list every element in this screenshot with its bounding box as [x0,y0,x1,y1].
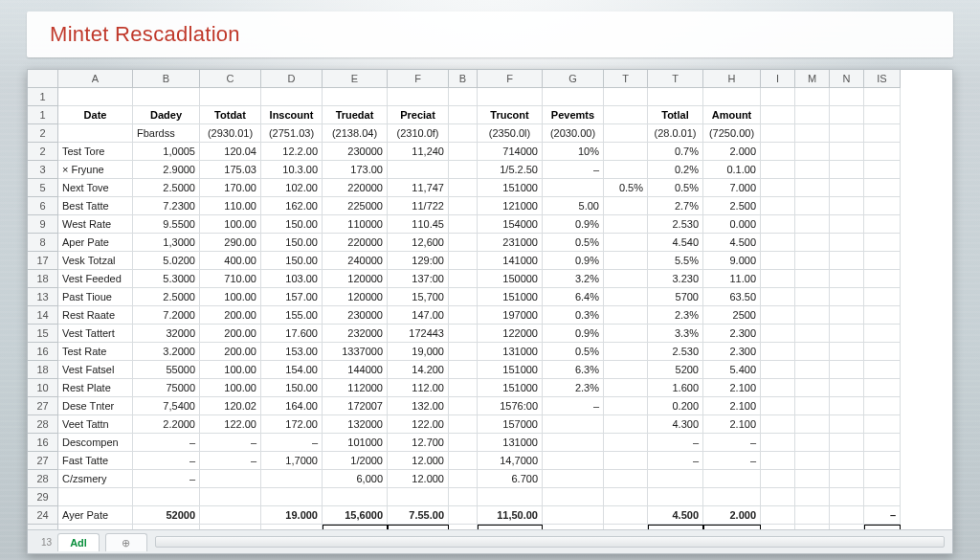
cell[interactable] [761,488,795,506]
cell[interactable] [449,379,478,397]
cell[interactable] [449,415,478,434]
cell[interactable] [864,252,901,270]
cell[interactable]: Dese Tnter [58,397,133,415]
cell[interactable]: 714000 [478,143,543,161]
column-title[interactable]: Inscount [261,106,323,124]
cell[interactable]: Veet Tattn [58,415,133,434]
cell[interactable]: 2.530 [648,215,703,234]
cell[interactable] [795,379,830,397]
cell[interactable] [449,452,478,470]
cell[interactable] [830,288,864,306]
cell[interactable]: 110.00 [200,197,261,215]
cell[interactable]: 2.3% [648,306,703,325]
cell[interactable]: 2500 [703,306,761,325]
cell[interactable]: 2.2000 [133,415,200,434]
cell[interactable]: 1.600 [648,379,703,397]
cell[interactable]: 3.230 [648,270,703,288]
cell[interactable]: Past Tioue [58,288,133,306]
cell[interactable] [761,452,795,470]
cell[interactable]: 5.00 [543,197,604,215]
cell[interactable] [449,488,478,506]
cell[interactable] [200,488,261,506]
column-title[interactable] [604,106,648,124]
cell[interactable]: 0.9% [543,215,604,234]
cell[interactable]: 0.5% [604,179,648,197]
cell[interactable] [543,452,604,470]
column-title[interactable]: Date [58,106,133,124]
column-title[interactable]: Truedat [323,106,388,124]
cell[interactable]: 12,600 [388,234,449,252]
cell[interactable]: 0.5% [543,234,604,252]
cell[interactable]: 0.1.00 [703,161,761,179]
column-title[interactable] [761,106,795,124]
cell[interactable] [449,197,478,215]
cell[interactable] [761,306,795,325]
cell[interactable]: 2.100 [703,397,761,415]
cell[interactable] [543,415,604,434]
cell[interactable] [830,143,864,161]
cell[interactable]: – [864,506,901,525]
cell[interactable]: 11,747 [388,179,449,197]
cell[interactable]: 32000 [133,325,200,343]
column-title[interactable]: Preciat [388,106,449,124]
cell[interactable]: 157000 [478,415,543,434]
cell[interactable]: 7.2000 [133,306,200,325]
cell[interactable]: 2.7% [648,197,703,215]
cell[interactable]: 112000 [323,379,388,397]
cell[interactable]: – [200,434,261,452]
column-title[interactable] [864,106,901,124]
cell[interactable]: 150.00 [261,379,323,397]
cell[interactable]: 1,7000 [261,452,323,470]
cell[interactable] [761,343,795,361]
cell[interactable] [761,434,795,452]
sheet-tab-active[interactable]: Adl [57,533,100,551]
cell[interactable] [200,506,261,525]
cell[interactable] [449,361,478,379]
cell[interactable] [830,306,864,325]
cell[interactable]: Vest Fatsel [58,361,133,379]
select-all-cell[interactable] [28,70,58,88]
cell[interactable]: 0.5% [648,179,703,197]
cell[interactable] [864,415,901,434]
cell[interactable]: 240000 [323,252,388,270]
cell[interactable] [449,234,478,252]
cell[interactable] [864,343,901,361]
cell[interactable] [795,361,830,379]
cell[interactable] [323,488,388,506]
row-header[interactable]: 6 [28,197,58,215]
cell[interactable] [543,470,604,488]
cell[interactable]: – [648,434,703,452]
cell[interactable]: 3.2% [543,270,604,288]
row-header[interactable]: 8 [28,234,58,252]
cell[interactable] [604,325,648,343]
cell[interactable]: – [543,397,604,415]
cell[interactable] [604,252,648,270]
column-header[interactable]: M [795,70,830,88]
cell[interactable] [795,415,830,434]
cell[interactable]: 129:00 [388,252,449,270]
row-header[interactable]: 10 [28,379,58,397]
cell[interactable]: 12.000 [388,452,449,470]
cell[interactable]: 151000 [478,179,543,197]
cell[interactable] [761,325,795,343]
cell[interactable] [604,124,648,143]
row-header[interactable]: 1 [28,106,58,124]
cell[interactable]: 4.500 [703,234,761,252]
cell[interactable] [830,252,864,270]
cell[interactable] [543,488,604,506]
cell[interactable]: 2.5000 [133,179,200,197]
cell[interactable]: 103.00 [261,270,323,288]
cell[interactable]: 1576:00 [478,397,543,415]
cell[interactable]: (2138.04) [323,124,388,143]
cell[interactable] [864,179,901,197]
cell[interactable] [449,343,478,361]
cell[interactable]: 19,000 [388,343,449,361]
row-header[interactable]: 18 [28,361,58,379]
cell[interactable]: 14,7000 [478,452,543,470]
grid[interactable]: ABCDEFBFGTTHIMNIS11DateDadeyTotdatInscou… [28,70,952,530]
cell[interactable]: 2.000 [703,143,761,161]
cell[interactable]: 122000 [478,325,543,343]
cell[interactable] [864,488,901,506]
cell[interactable]: 121000 [478,197,543,215]
row-header[interactable]: 5 [28,179,58,197]
